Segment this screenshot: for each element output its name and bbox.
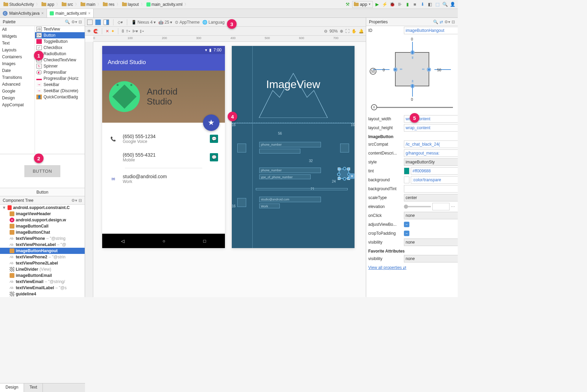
horizontal-bias-slider[interactable]: 0: [371, 103, 453, 112]
onclick-input[interactable]: [404, 212, 458, 219]
hammer-icon[interactable]: ⚒: [345, 1, 351, 8]
api-selector[interactable]: 🤖25▾: [158, 20, 172, 25]
palette-category[interactable]: AppCompat: [0, 101, 35, 108]
bp-component[interactable]: phone_number: [259, 142, 321, 147]
gear-icon[interactable]: ⚙▾: [71, 198, 77, 203]
view-both-icon[interactable]: [104, 20, 109, 25]
palette-widget[interactable]: ToggleButton: [35, 38, 85, 45]
palette-category[interactable]: Transitions: [0, 74, 35, 81]
tree-item[interactable]: AbtextViewEmailLabel – "@s: [0, 285, 85, 291]
breadcrumb-item[interactable]: main_activity.xml: [145, 2, 184, 7]
zoom-fit-icon[interactable]: ⛶: [345, 29, 349, 34]
design-preview[interactable]: ▾▮7:00 Android Studio AndroidStudio ★ 📞 …: [102, 46, 225, 248]
search-icon[interactable]: 🔍: [65, 20, 70, 24]
tint-swatch[interactable]: [404, 168, 409, 174]
scaletype-input[interactable]: [404, 194, 458, 201]
guideline[interactable]: [252, 46, 253, 248]
tree-root[interactable]: ▼android.support.constraint.C: [0, 205, 85, 211]
debug-icon[interactable]: 🐞: [389, 1, 395, 8]
tree-item[interactable]: imageButtonEmail: [0, 272, 85, 279]
margin-selector[interactable]: 8: [122, 29, 124, 34]
align-icon[interactable]: ⊫▾: [132, 29, 138, 34]
clear-constraints-icon[interactable]: ✕: [106, 29, 109, 34]
fab-button[interactable]: ★: [203, 114, 219, 131]
id-input[interactable]: [404, 27, 458, 34]
palette-widget[interactable]: ✓CheckBox: [35, 45, 85, 51]
editor-tab-java[interactable]: C MainActivity.java ×: [0, 9, 47, 17]
device-selector[interactable]: 📱Nexus 4▾: [131, 20, 156, 25]
bp-component[interactable]: [237, 198, 246, 207]
palette-category[interactable]: Containers: [0, 53, 35, 60]
breadcrumb-item[interactable]: res: [101, 2, 116, 7]
user-icon[interactable]: 👤: [450, 1, 456, 8]
bp-component[interactable]: [340, 144, 349, 152]
magnet-icon[interactable]: 🧲: [93, 29, 98, 34]
elevation-slider[interactable]: [404, 206, 431, 207]
breadcrumb-item[interactable]: main: [79, 2, 97, 7]
search-icon[interactable]: 🔍: [433, 20, 438, 24]
email-icon[interactable]: ✉: [109, 175, 117, 183]
gear-icon[interactable]: ⚙▾: [444, 20, 450, 24]
profiler-icon[interactable]: ⊪: [397, 1, 403, 8]
guideline-icon[interactable]: ⫿▾: [140, 29, 144, 34]
zoom-in-icon[interactable]: ⊕: [340, 29, 343, 34]
background-input[interactable]: [411, 176, 458, 184]
palette-category[interactable]: Design: [0, 95, 35, 101]
zoom-out-icon[interactable]: ⊖: [324, 29, 327, 34]
palette-category[interactable]: Text: [0, 40, 35, 47]
search-icon[interactable]: 🔍: [442, 1, 448, 8]
fav-visibility-input[interactable]: [404, 255, 458, 262]
toggle-switch[interactable]: −: [404, 222, 409, 227]
pack-icon[interactable]: ⫯▾: [126, 29, 130, 34]
theme-selector[interactable]: ⊙AppTheme: [175, 20, 200, 25]
gear-icon[interactable]: ⚙▾: [71, 20, 77, 24]
close-icon[interactable]: ×: [41, 11, 44, 16]
content-desc-input[interactable]: [404, 149, 458, 157]
sdk-icon[interactable]: ⬚: [434, 1, 441, 8]
bp-component[interactable]: [237, 144, 246, 152]
tree-item[interactable]: AbtextViewPhone – "@string: [0, 235, 85, 242]
language-selector[interactable]: 🌐Languag: [202, 20, 225, 25]
palette-category[interactable]: Images: [0, 60, 35, 67]
palette-category[interactable]: All: [0, 26, 35, 33]
backgroundtint-input[interactable]: [404, 185, 458, 193]
palette-widget[interactable]: ProgressBar (Horiz: [35, 75, 85, 82]
tree-item-selected[interactable]: imageButtonHangout: [0, 248, 85, 254]
tree-item[interactable]: AbtextViewPhoneLabel – "@: [0, 242, 85, 248]
tree-item[interactable]: guideline4: [0, 291, 85, 297]
view-design-icon[interactable]: [87, 20, 93, 25]
recent-icon[interactable]: □: [203, 238, 206, 244]
breadcrumb-item[interactable]: src: [60, 2, 74, 7]
tree-item[interactable]: imageButtonChat: [0, 229, 85, 235]
more-icon[interactable]: ⋯: [451, 204, 456, 209]
collapse-icon[interactable]: ⊟: [79, 198, 82, 203]
toggle-switch[interactable]: −: [404, 231, 409, 236]
palette-widget[interactable]: ◐ProgressBar: [35, 69, 85, 75]
palette-widget[interactable]: 👤QuickContactBadg: [35, 94, 85, 100]
chat-icon[interactable]: 💬: [210, 135, 218, 143]
home-icon[interactable]: ○: [163, 238, 165, 244]
blueprint-preview[interactable]: ImageView 56 phone_number 16 16 32 phone…: [232, 46, 355, 248]
bp-component[interactable]: Work: [259, 204, 280, 208]
bg-swatch[interactable]: [404, 176, 409, 183]
view-blueprint-icon[interactable]: [95, 20, 101, 25]
breadcrumb-item[interactable]: app: [40, 2, 56, 7]
visibility-input[interactable]: [404, 238, 458, 246]
palette-widget[interactable]: ⊸SeekBar (Discrete): [35, 88, 85, 94]
delete-constraint-icon[interactable]: ✕: [349, 173, 355, 179]
module-selector[interactable]: app▼: [352, 1, 373, 8]
run-icon[interactable]: ▶: [374, 1, 380, 8]
chat-icon[interactable]: 💬: [210, 153, 218, 161]
style-input[interactable]: [404, 158, 458, 166]
tree-item[interactable]: AbtextViewPhone2Label: [0, 260, 85, 266]
palette-category[interactable]: Date: [0, 67, 35, 74]
stop-icon[interactable]: ■: [412, 1, 418, 8]
infer-icon[interactable]: ✦: [111, 29, 115, 34]
bp-selected-component[interactable]: ✕: [339, 169, 349, 179]
tint-input[interactable]: [411, 167, 458, 175]
avd-icon[interactable]: ◧: [427, 1, 433, 8]
palette-widget[interactable]: AbTextView: [35, 26, 85, 32]
bp-component[interactable]: [259, 149, 300, 154]
breadcrumb-item[interactable]: StudioActivity: [2, 2, 35, 7]
view-all-link[interactable]: View all properties ⇄: [366, 263, 458, 272]
